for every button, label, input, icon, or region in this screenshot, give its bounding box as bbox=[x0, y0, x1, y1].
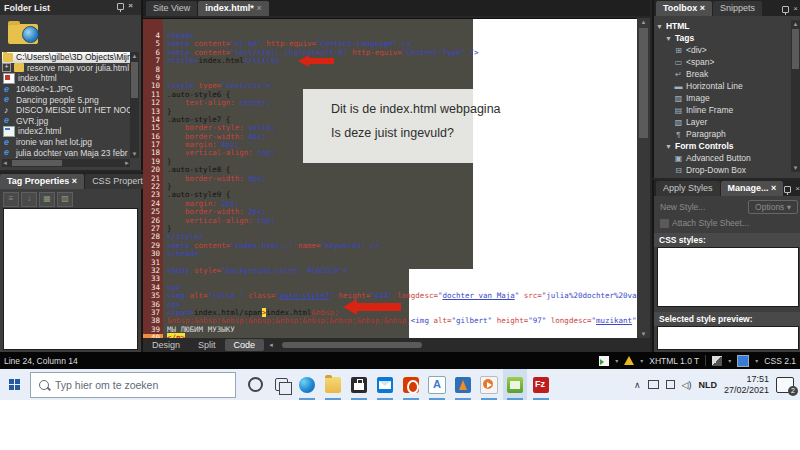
code-line[interactable]: 30</head> bbox=[143, 250, 637, 258]
tab-index-html[interactable]: index.html* × bbox=[198, 1, 268, 16]
tab-apply-styles[interactable]: Apply Styles bbox=[656, 181, 720, 196]
tab-toolbox[interactable]: Toolbox × bbox=[656, 1, 712, 16]
volume-tray-icon[interactable]: ◁) bbox=[682, 380, 692, 390]
pin-icon[interactable] bbox=[117, 3, 124, 10]
toolbox-group-html[interactable]: ▼HTML bbox=[656, 20, 790, 32]
taskbar-icon-fz[interactable] bbox=[529, 369, 553, 400]
code-line[interactable]: 26 vertical-align: top; bbox=[143, 217, 637, 225]
folder-list-item[interactable]: DISCO MEISJE UIT HET NOORDEN bbox=[2, 105, 130, 116]
folder-list-item[interactable]: index2.html bbox=[2, 126, 130, 137]
close-icon[interactable]: × bbox=[795, 185, 800, 193]
options-button[interactable]: Options ▾ bbox=[748, 200, 798, 214]
pin-icon[interactable] bbox=[782, 6, 789, 13]
close-icon[interactable]: × bbox=[793, 5, 798, 13]
code-line[interactable]: 29<meta content="index.html;," name="key… bbox=[143, 242, 637, 250]
toolbox-item-layer[interactable]: ▧Layer bbox=[656, 116, 790, 128]
collapse-icon[interactable]: ▼ bbox=[665, 143, 672, 150]
taskbar-icon-cortana[interactable] bbox=[243, 369, 267, 400]
folder-list-hscrollbar[interactable]: ◄ ► bbox=[2, 159, 130, 167]
tag-properties-grid[interactable] bbox=[3, 208, 138, 350]
folder-list-item[interactable]: ironie van het lot.jpg bbox=[2, 137, 130, 148]
toolbox-item-span[interactable]: ▭<span> bbox=[656, 56, 790, 68]
code-line[interactable]: 39МЫ ЛЮБИМ МУЗЫКУ bbox=[143, 326, 637, 334]
summary-button[interactable]: ▨ bbox=[57, 192, 73, 207]
start-button[interactable] bbox=[0, 369, 30, 400]
folder-list-item[interactable]: Dancing people 5.png bbox=[2, 94, 130, 105]
code-line[interactable]: 21 border-width: 0px; bbox=[143, 175, 637, 183]
code-line[interactable]: 35<img alt="julia " class="auto-style7" … bbox=[143, 292, 637, 300]
collapse-icon[interactable]: ▼ bbox=[656, 23, 663, 30]
toolbox-scrollbar[interactable]: ▲ ▼ bbox=[791, 20, 800, 172]
sort-button[interactable]: ↓ bbox=[21, 192, 37, 207]
site-root-icon bbox=[8, 20, 42, 46]
code-line[interactable]: 33 bbox=[143, 275, 637, 283]
tab-tag-properties[interactable]: Tag Properties × bbox=[0, 174, 84, 189]
taskbar-icon-mail[interactable] bbox=[373, 369, 397, 400]
code-hscrollbar[interactable]: ◄ bbox=[268, 338, 650, 352]
taskbar-search-input[interactable]: Typ hier om te zoeken bbox=[30, 372, 236, 398]
code-line[interactable]: 8 bbox=[143, 66, 637, 74]
code-vscrollbar[interactable]: ▲ ▼ bbox=[637, 18, 650, 338]
folder-list-item[interactable]: index.html bbox=[2, 73, 130, 84]
close-icon[interactable]: × bbox=[128, 2, 133, 10]
display-tray-icon[interactable] bbox=[648, 380, 659, 389]
folder-list-item[interactable]: +reserve map voor julia.html bbox=[2, 63, 130, 74]
taskbar-icon-ew[interactable] bbox=[503, 369, 527, 400]
new-style-button[interactable]: New Style... bbox=[660, 202, 705, 212]
folder-list-item[interactable]: 104804~1.JPG bbox=[2, 84, 130, 95]
pin-icon[interactable] bbox=[784, 186, 791, 193]
folder-list-item[interactable]: C:\Users\gilbe\3D Objects\Mijn music w bbox=[2, 52, 130, 63]
taskbar-icon-appA[interactable] bbox=[425, 369, 449, 400]
toolbox-group-tags[interactable]: ▼Tags bbox=[656, 32, 790, 44]
code-line[interactable]: 7<title>index.html</title> bbox=[143, 57, 637, 65]
code-line[interactable]: 18 vertical-align: top; bbox=[143, 149, 637, 157]
folder-list-item[interactable]: julia dochter van Maja 23 febr 2021 bbox=[2, 147, 130, 158]
tab-snippets[interactable]: Snippets bbox=[713, 1, 762, 16]
tab-manage-styles[interactable]: Manage... × bbox=[721, 181, 784, 196]
battery-tray-icon[interactable] bbox=[666, 380, 675, 389]
attach-stylesheet-button[interactable]: Attach Style Sheet... bbox=[672, 218, 749, 228]
css-schema-icon[interactable] bbox=[737, 355, 749, 367]
taskbar-icon-vlc[interactable] bbox=[451, 369, 475, 400]
taskbar-icon-edge[interactable] bbox=[295, 369, 319, 400]
code-line[interactable]: 32<body style="background-color: #C0C0C0… bbox=[143, 267, 637, 275]
code-line[interactable]: 27} bbox=[143, 225, 637, 233]
collapse-icon[interactable]: ▼ bbox=[665, 35, 672, 42]
clock[interactable]: 17:51 27/02/2021 bbox=[724, 374, 769, 396]
css-styles-list[interactable] bbox=[657, 247, 799, 307]
toolbox-item-horizontal-line[interactable]: ▬Horizontal Line bbox=[656, 80, 790, 92]
toolbox-item-advanced-button[interactable]: ▣Advanced Button bbox=[656, 152, 790, 164]
toolbox-item-break[interactable]: ↵Break bbox=[656, 68, 790, 80]
editor-area: Site View index.html* × 4<head>5<meta co… bbox=[143, 0, 650, 352]
language-indicator[interactable]: NLD bbox=[698, 380, 717, 390]
taskbar-icon-store[interactable] bbox=[347, 369, 371, 400]
tray-expand-icon[interactable]: ∧ bbox=[634, 380, 641, 390]
preview-icon[interactable] bbox=[599, 356, 609, 366]
toolbox-item-inline-frame[interactable]: ▤Inline Frame bbox=[656, 104, 790, 116]
toolbox-item-div[interactable]: ⊞<div> bbox=[656, 44, 790, 56]
categorize-button[interactable]: ≡ bbox=[3, 192, 19, 207]
tab-design[interactable]: Design bbox=[143, 339, 189, 351]
taskbar-icon-office[interactable] bbox=[399, 369, 423, 400]
taskbar-icon-explorer[interactable] bbox=[321, 369, 345, 400]
folder-list-vscrollbar[interactable]: ▲ ▼ bbox=[130, 52, 139, 158]
tab-site-view[interactable]: Site View bbox=[146, 1, 197, 16]
visual-aids-icon[interactable] bbox=[712, 356, 722, 366]
toolbox-item-drop-down-box[interactable]: ⊟Drop-Down Box bbox=[656, 164, 790, 176]
compatibility-warning-icon[interactable] bbox=[624, 356, 634, 365]
tab-split[interactable]: Split bbox=[189, 339, 225, 351]
taskbar-icon-taskview[interactable] bbox=[269, 369, 293, 400]
close-icon[interactable]: × bbox=[256, 3, 261, 13]
toolbox-item-paragraph[interactable]: ¶Paragraph bbox=[656, 128, 790, 140]
action-center-icon[interactable]: 2 bbox=[776, 377, 794, 393]
toolbox-group-form-controls[interactable]: ▼Form Controls bbox=[656, 140, 790, 152]
show-set-button[interactable]: ▦ bbox=[39, 192, 55, 207]
code-view[interactable]: 4<head>5<meta content="nl-be" http-equiv… bbox=[143, 18, 637, 339]
toolbox-item-image[interactable]: ▨Image bbox=[656, 92, 790, 104]
toolbox-label: Tags bbox=[675, 33, 694, 43]
toolbox-label: Inline Frame bbox=[686, 105, 733, 115]
folder-list-item[interactable]: GVR.jpg bbox=[2, 116, 130, 127]
taskbar-icon-media[interactable] bbox=[477, 369, 501, 400]
expander-icon[interactable]: + bbox=[2, 63, 11, 72]
tab-code[interactable]: Code bbox=[225, 339, 265, 351]
